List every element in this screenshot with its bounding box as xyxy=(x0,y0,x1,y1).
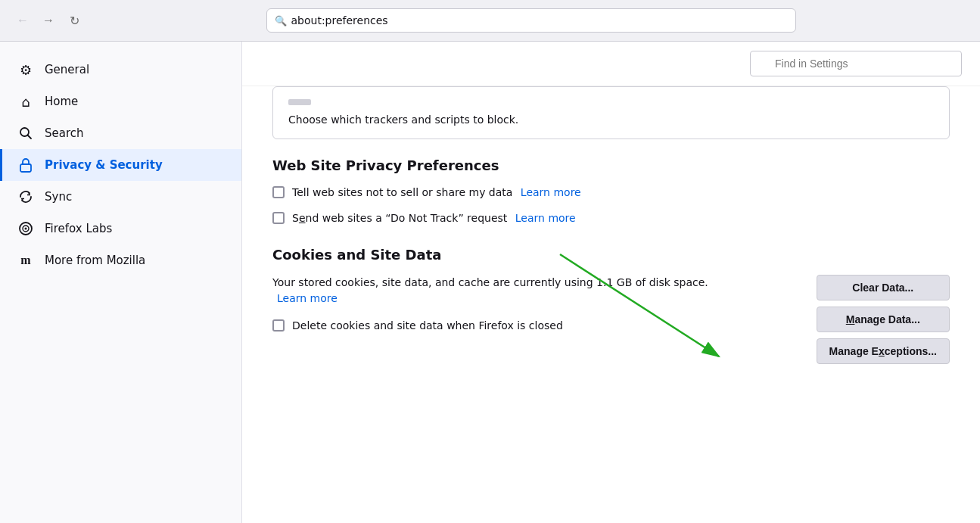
cookies-description: Your stored cookies, site data, and cach… xyxy=(272,275,726,307)
cookies-learn-more[interactable]: Learn more xyxy=(277,292,338,304)
mozilla-icon: m xyxy=(17,252,34,269)
main-content: Choose which trackers and scripts to blo… xyxy=(242,42,980,523)
privacy-preferences-title: Web Site Privacy Preferences xyxy=(272,157,950,173)
sell-data-row: Tell web sites not to sell or share my d… xyxy=(272,185,950,201)
privacy-preferences-section: Web Site Privacy Preferences Tell web si… xyxy=(272,157,950,226)
sidebar-label-privacy: Privacy & Security xyxy=(45,158,163,172)
sidebar-item-firefox-labs[interactable]: Firefox Labs xyxy=(0,213,241,244)
delete-cookies-label: Delete cookies and site data when Firefo… xyxy=(292,319,563,334)
sync-icon xyxy=(17,188,34,205)
sell-data-checkbox[interactable] xyxy=(272,186,285,198)
sidebar-item-home[interactable]: ⌂ Home xyxy=(0,86,241,117)
svg-rect-2 xyxy=(20,164,31,172)
svg-line-1 xyxy=(28,135,32,139)
sidebar-label-firefox-labs: Firefox Labs xyxy=(45,222,112,235)
sidebar-item-search[interactable]: Search xyxy=(0,117,241,149)
sidebar-label-home: Home xyxy=(45,95,78,108)
sell-data-learn-more[interactable]: Learn more xyxy=(521,186,581,198)
back-button[interactable]: ← xyxy=(12,10,33,31)
address-text: about:preferences xyxy=(291,14,388,26)
forward-button[interactable]: → xyxy=(38,10,59,31)
general-icon: ⚙ xyxy=(17,61,34,78)
cookies-section: Cookies and Site Data Your stored cookie… xyxy=(272,247,950,364)
sidebar: ⚙ General ⌂ Home Search xyxy=(0,42,242,523)
sidebar-item-privacy[interactable]: Privacy & Security xyxy=(0,149,241,181)
sidebar-nav: ⚙ General ⌂ Home Search xyxy=(0,54,241,276)
do-not-track-learn-more[interactable]: Learn more xyxy=(515,212,576,224)
search-icon xyxy=(17,125,34,142)
browser-chrome: ← → ↻ 🔍 about:preferences xyxy=(0,0,980,42)
reload-button[interactable]: ↻ xyxy=(64,10,85,31)
find-settings-bar xyxy=(242,42,980,86)
sidebar-label-sync: Sync xyxy=(45,190,72,204)
sidebar-item-general[interactable]: ⚙ General xyxy=(0,54,241,86)
address-search-icon: 🔍 xyxy=(275,15,287,26)
do-not-track-label: Send web sites a “Do Not Track” request … xyxy=(292,211,576,226)
sell-data-label: Tell web sites not to sell or share my d… xyxy=(292,185,581,201)
find-settings-wrapper xyxy=(750,51,962,76)
sidebar-item-more-mozilla[interactable]: m More from Mozilla xyxy=(0,244,241,276)
clear-data-button[interactable]: Clear Data... xyxy=(817,275,950,300)
manage-exceptions-button[interactable]: Manage Exceptions... xyxy=(817,338,950,364)
partial-section-text: Choose which trackers and scripts to blo… xyxy=(288,114,518,126)
delete-cookies-row: Delete cookies and site data when Firefo… xyxy=(272,319,801,334)
partial-section: Choose which trackers and scripts to blo… xyxy=(272,86,950,139)
nav-buttons: ← → ↻ xyxy=(12,10,85,31)
do-not-track-row: Send web sites a “Do Not Track” request … xyxy=(272,211,950,226)
sidebar-label-more-mozilla: More from Mozilla xyxy=(45,254,145,267)
content-area: Choose which trackers and scripts to blo… xyxy=(242,86,980,416)
sidebar-label-search: Search xyxy=(45,126,84,140)
cookies-buttons: Clear Data... Manage Data... Manage Exce… xyxy=(817,275,950,364)
svg-point-5 xyxy=(25,228,27,230)
sidebar-item-sync[interactable]: Sync xyxy=(0,181,241,213)
sidebar-label-general: General xyxy=(45,63,89,76)
cookies-title: Cookies and Site Data xyxy=(272,247,950,263)
lock-icon xyxy=(17,157,34,173)
home-icon: ⌂ xyxy=(17,93,34,110)
cookies-left: Your stored cookies, site data, and cach… xyxy=(272,275,801,364)
do-not-track-checkbox[interactable] xyxy=(272,212,285,224)
partial-top-bar xyxy=(288,99,311,105)
find-settings-input[interactable] xyxy=(750,51,962,76)
address-bar[interactable]: 🔍 about:preferences xyxy=(266,8,796,33)
settings-container: ⚙ General ⌂ Home Search xyxy=(0,42,980,523)
delete-cookies-checkbox[interactable] xyxy=(272,319,285,332)
labs-icon xyxy=(17,220,34,237)
cookies-content: Your stored cookies, site data, and cach… xyxy=(272,275,950,364)
manage-data-button[interactable]: Manage Data... xyxy=(817,307,950,332)
